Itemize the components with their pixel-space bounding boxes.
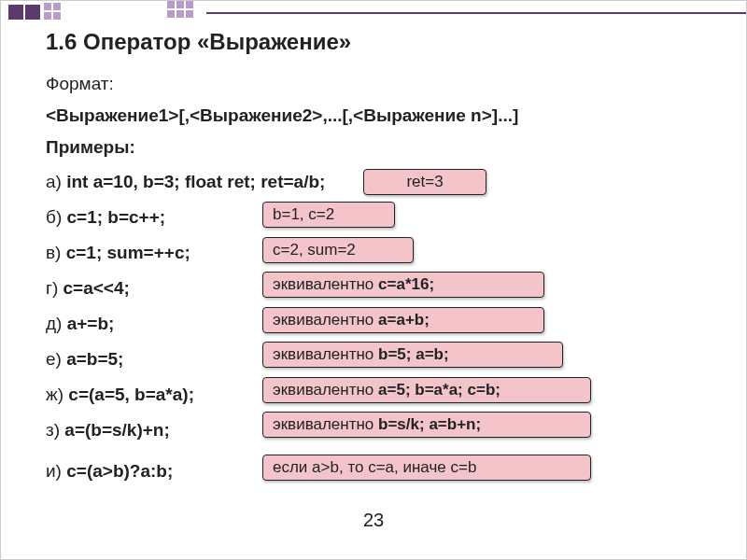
example-prefix: в) bbox=[46, 243, 66, 262]
format-syntax: <Выражение1>[,<Выражение2>,...[,<Выражен… bbox=[46, 105, 709, 126]
square-small-icon bbox=[44, 3, 51, 10]
page-number: 23 bbox=[1, 510, 746, 531]
square-small-icon bbox=[167, 10, 175, 18]
square-small-icon bbox=[167, 1, 175, 8]
square-small-icon bbox=[186, 10, 193, 18]
square-small-icon bbox=[53, 12, 61, 20]
square-icon bbox=[25, 5, 40, 20]
result-box-a16: эквивалентно c=a*16; bbox=[262, 272, 544, 298]
format-label: Формат: bbox=[46, 74, 709, 94]
box-bold: b=5; a=b; bbox=[378, 345, 449, 363]
example-prefix: б) bbox=[46, 207, 67, 227]
result-box-aab: эквивалентно a=a+b; bbox=[262, 307, 544, 333]
example-code: c=(a>b)?a:b; bbox=[66, 461, 173, 481]
box-prefix: эквивалентно bbox=[273, 345, 378, 363]
result-box-b5ab: эквивалентно b=5; a=b; bbox=[262, 342, 563, 368]
box-bold: a=a+b; bbox=[378, 311, 430, 329]
decor-line bbox=[206, 12, 746, 14]
example-prefix: е) bbox=[46, 349, 66, 369]
box-prefix: эквивалентно bbox=[273, 415, 378, 433]
box-bold: c=a*16; bbox=[378, 275, 434, 293]
example-prefix: и) bbox=[46, 461, 66, 481]
example-code: int a=10, b=3; float ret; ret=a/b; bbox=[66, 172, 325, 191]
box-prefix: эквивалентно bbox=[273, 381, 378, 399]
slide-title: 1.6 Оператор «Выражение» bbox=[46, 29, 351, 55]
decor-header bbox=[1, 1, 746, 27]
example-prefix: з) bbox=[46, 420, 64, 440]
slide: 1.6 Оператор «Выражение» Формат: <Выраже… bbox=[0, 0, 747, 560]
result-box-ternary: если a>b, то c=a, иначе c=b bbox=[262, 455, 591, 481]
example-prefix: а) bbox=[46, 172, 66, 191]
example-prefix: ж) bbox=[46, 385, 68, 404]
square-small-icon bbox=[186, 1, 193, 8]
example-prefix: г) bbox=[46, 278, 63, 298]
example-code: c=1; b=c++; bbox=[67, 207, 166, 227]
box-prefix: эквивалентно bbox=[273, 275, 378, 293]
box-bold: b=s/k; a=b+n; bbox=[378, 415, 481, 433]
examples-label: Примеры: bbox=[46, 137, 709, 158]
square-icon bbox=[8, 5, 23, 20]
example-code: a=b=5; bbox=[66, 349, 123, 369]
square-small-icon bbox=[176, 10, 184, 18]
result-box-a5baa: эквивалентно a=5; b=a*a; c=b; bbox=[262, 377, 591, 403]
example-code: a+=b; bbox=[67, 314, 115, 333]
example-code: a=(b=s/k)+n; bbox=[64, 420, 169, 440]
box-bold: a=5; b=a*a; c=b; bbox=[378, 381, 500, 399]
result-box-c2sum2: c=2, sum=2 bbox=[262, 237, 414, 263]
result-box-b1c2: b=1, c=2 bbox=[262, 202, 395, 228]
result-box-bsk: эквивалентно b=s/k; a=b+n; bbox=[262, 412, 591, 438]
example-prefix: д) bbox=[46, 314, 67, 333]
square-small-icon bbox=[53, 3, 61, 10]
square-small-icon bbox=[176, 1, 184, 8]
result-box-ret: ret=3 bbox=[363, 169, 486, 195]
square-small-icon bbox=[44, 12, 51, 20]
example-code: c=(a=5, b=a*a); bbox=[68, 385, 194, 404]
example-code: c=a<<4; bbox=[63, 278, 130, 298]
example-code: c=1; sum=++c; bbox=[66, 243, 190, 262]
box-prefix: эквивалентно bbox=[273, 311, 378, 329]
